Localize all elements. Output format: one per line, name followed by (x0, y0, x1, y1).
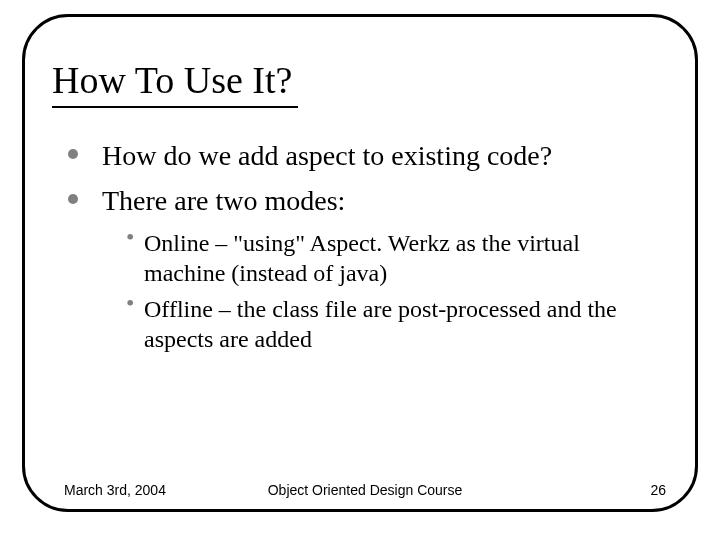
bullet-icon (68, 194, 78, 204)
bullet-level1: How do we add aspect to existing code? (68, 138, 660, 173)
bullet-text: There are two modes: (102, 185, 345, 216)
sub-bullet-group: • Online – "using" Aspect. Werkz as the … (68, 228, 660, 354)
sub-bullet-text: Online – "using" Aspect. Werkz as the vi… (144, 230, 580, 286)
slide: How To Use It? How do we add aspect to e… (0, 0, 720, 540)
slide-body: How do we add aspect to existing code? T… (68, 138, 660, 360)
bullet-level1: There are two modes: (68, 183, 660, 218)
sub-bullet-text: Offline – the class file are post-proces… (144, 296, 617, 352)
slide-title: How To Use It? (52, 58, 298, 108)
bullet-level2: • Online – "using" Aspect. Werkz as the … (126, 228, 660, 288)
bullet-icon (68, 149, 78, 159)
bullet-text: How do we add aspect to existing code? (102, 140, 552, 171)
sub-bullet-icon: • (126, 222, 134, 252)
footer-course: Object Oriented Design Course (64, 482, 666, 498)
bullet-level2: • Offline – the class file are post-proc… (126, 294, 660, 354)
sub-bullet-icon: • (126, 288, 134, 318)
slide-footer: March 3rd, 2004 Object Oriented Design C… (64, 482, 666, 498)
